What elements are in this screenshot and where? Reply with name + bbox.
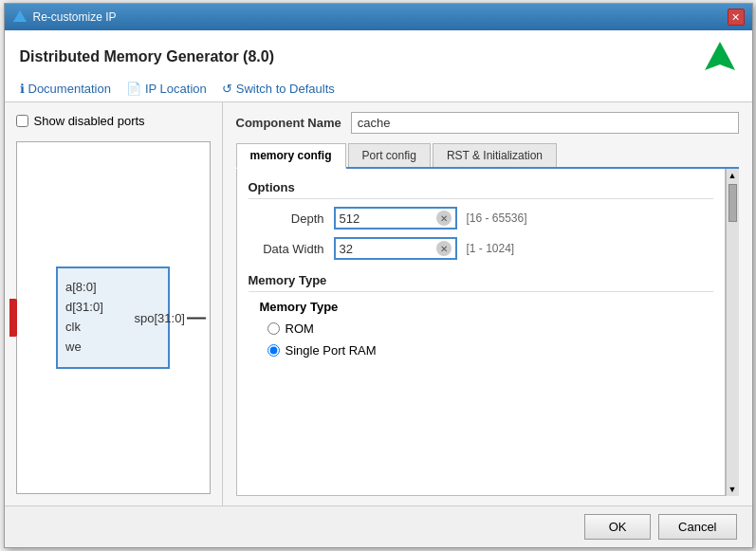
title-bar-left: Re-customize IP [12,9,117,25]
app-icon [12,9,28,25]
dialog: Re-customize IP ✕ Distributed Memory Gen… [4,3,753,548]
cancel-button[interactable]: Cancel [658,514,736,540]
depth-clear-button[interactable]: ✕ [436,211,452,226]
title-bar: Re-customize IP ✕ [5,4,752,30]
depth-input-wrapper: ✕ [334,207,457,230]
scroll-thumb[interactable] [728,184,737,222]
memory-type-sublabel: Memory Type [260,300,713,314]
depth-label: Depth [249,211,324,226]
output-label: spo[31:0] [135,311,186,325]
memory-type-section: Memory Type Memory Type ROM Single Port … [249,273,713,358]
options-section-title: Options [249,180,713,199]
data-width-range-hint: [1 - 1024] [467,242,515,255]
data-width-input-wrapper: ✕ [334,237,457,260]
svg-marker-1 [705,42,735,70]
scroll-up-button[interactable]: ▲ [727,169,739,182]
scroll-down-button[interactable]: ▼ [727,483,739,496]
tab-memory-config[interactable]: memory config [236,143,346,169]
app-title-row: Distributed Memory Generator (8.0) [20,40,737,74]
refresh-icon: ↺ [222,82,232,96]
ic-block: a[8:0] d[31:0] clk we spo[31:0] [56,266,170,368]
data-width-row: Data Width ✕ [1 - 1024] [249,237,713,260]
svg-marker-0 [13,10,27,22]
ok-button[interactable]: OK [584,514,651,540]
left-edge-mark [9,299,17,337]
location-icon: 📄 [126,82,141,96]
component-name-row: Component Name [236,112,739,134]
switch-defaults-label: Switch to Defaults [236,82,335,96]
documentation-label: Documentation [28,82,111,96]
depth-row: Depth ✕ [16 - 65536] [249,207,713,230]
toolbar-row: ℹ Documentation 📄 IP Location ↺ Switch t… [20,82,737,96]
show-disabled-label: Show disabled ports [34,114,145,128]
tabs-row: memory config Port config RST & Initiali… [236,143,739,169]
switch-defaults-button[interactable]: ↺ Switch to Defaults [222,82,335,96]
memory-type-section-title: Memory Type [249,273,713,292]
close-button[interactable]: ✕ [728,9,745,26]
title-text: Re-customize IP [33,10,117,24]
component-name-input[interactable] [351,112,739,134]
radio-single-port-ram-label: Single Port RAM [286,343,377,358]
ip-location-label: IP Location [145,82,207,96]
radio-rom: ROM [267,321,713,336]
data-width-clear-button[interactable]: ✕ [436,241,452,256]
show-disabled-row: Show disabled ports [16,114,211,128]
left-panel: Show disabled ports a[8:0] d[31:0] clk w… [5,102,223,505]
scrollbar[interactable]: ▲ ▼ [726,169,739,496]
tab-rst-init[interactable]: RST & Initialization [433,143,557,167]
data-width-input[interactable] [340,242,434,256]
radio-single-port-ram: Single Port RAM [267,343,713,358]
info-icon: ℹ [20,82,25,96]
data-width-label: Data Width [249,242,324,256]
footer: OK Cancel [5,505,752,547]
tab-port-config[interactable]: Port config [348,143,431,167]
radio-rom-label: ROM [286,321,314,336]
depth-input[interactable] [340,211,434,226]
content-area: Show disabled ports a[8:0] d[31:0] clk w… [5,102,752,505]
header-area: Distributed Memory Generator (8.0) ℹ Doc… [5,30,752,102]
right-panel: Component Name memory config Port config… [223,102,752,505]
radio-rom-input[interactable] [267,322,280,335]
show-disabled-checkbox[interactable] [16,115,28,127]
documentation-button[interactable]: ℹ Documentation [20,82,111,96]
radio-single-port-ram-input[interactable] [267,344,280,357]
component-name-label: Component Name [236,116,341,130]
app-title: Distributed Memory Generator (8.0) [20,48,275,65]
ic-output: spo[31:0] [135,311,207,325]
xilinx-logo [703,40,737,74]
ip-location-button[interactable]: 📄 IP Location [126,82,207,96]
output-wire [187,317,206,319]
tab-content-memory-config: Options Depth ✕ [16 - 65536] Data Width [236,169,726,496]
depth-range-hint: [16 - 65536] [467,211,527,225]
component-diagram: a[8:0] d[31:0] clk we spo[31:0] [16,141,211,494]
